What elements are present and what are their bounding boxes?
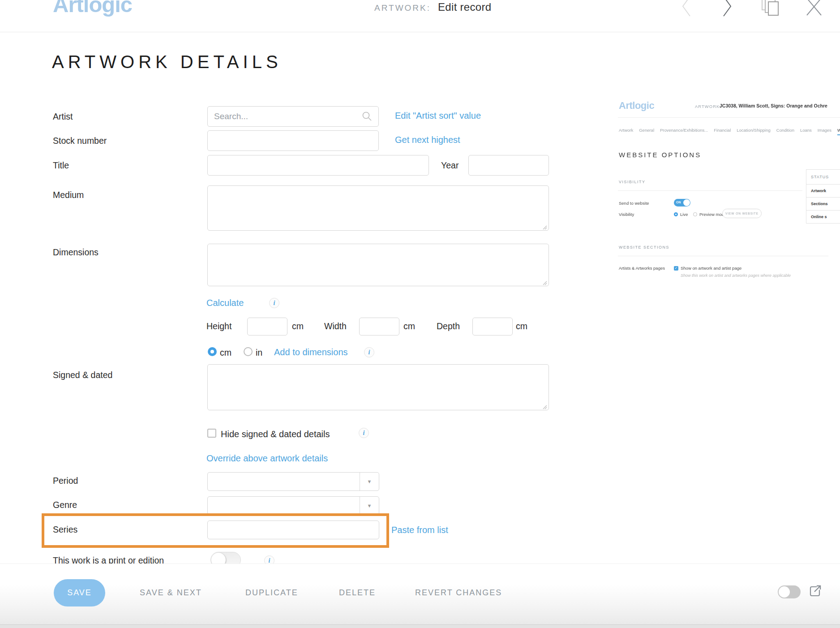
signed-dated-label: Signed & dated (53, 370, 112, 380)
calculate-info-icon[interactable]: i (269, 298, 279, 308)
title-input[interactable] (207, 155, 429, 176)
open-external-icon[interactable] (809, 585, 822, 600)
revert-changes-button[interactable]: REVERT CHANGES (415, 588, 502, 598)
preview-visibility-label: Visibility (619, 212, 634, 217)
add-to-dimensions-link[interactable]: Add to dimensions (274, 347, 348, 357)
artist-search-input[interactable] (207, 106, 379, 127)
unit-cm-radio[interactable] (208, 347, 217, 356)
next-record-icon[interactable] (719, 0, 735, 20)
preview-tab-location: Location/Shipping (737, 128, 771, 135)
stock-number-label: Stock number (53, 136, 107, 146)
preview-record-title: JC3038, William Scott, Signs: Orange and… (720, 103, 827, 108)
preview-show-checkbox-note: Show this work on artist and artworks pa… (681, 273, 791, 278)
chevron-down-icon: ▼ (360, 473, 379, 490)
signed-dated-field (207, 364, 549, 410)
add-to-dimensions-info-icon[interactable]: i (364, 347, 374, 357)
paste-from-list-link[interactable]: Paste from list (391, 525, 448, 535)
depth-input[interactable] (472, 318, 513, 336)
preview-tab-financial: Financial (714, 128, 731, 135)
header-title: ARTWORK: Edit record (374, 1, 491, 13)
artlogic-logo: Artlogic (53, 0, 132, 17)
dimensions-textarea[interactable] (208, 244, 549, 286)
preview-tab-condition: Condition (776, 128, 794, 135)
page-title: ARTWORK DETAILS (52, 52, 282, 72)
medium-textarea[interactable] (208, 186, 549, 230)
preview-tab-website: Website (837, 128, 840, 135)
signed-dated-textarea[interactable] (208, 365, 549, 410)
edit-artist-sort-link[interactable]: Edit "Artist sort" value (395, 111, 481, 121)
duplicate-record-icon[interactable] (761, 0, 782, 21)
previous-record-icon[interactable] (678, 0, 694, 20)
hide-signed-dated-checkbox[interactable] (207, 429, 216, 438)
record-title: Edit record (438, 1, 491, 13)
close-icon[interactable] (805, 0, 823, 20)
preview-status-panel: STATUS Artwork Sections Online s (806, 169, 840, 224)
footer-toggle[interactable] (778, 585, 801, 598)
window-header: Artlogic ARTWORK: Edit record (0, 0, 840, 32)
save-button[interactable]: SAVE (54, 579, 105, 606)
preview-tab-bar: Artwork General Provenance/Exhibitions..… (619, 128, 840, 135)
dimensions-field (207, 244, 549, 286)
preview-status-header: STATUS (806, 170, 840, 185)
hide-signed-dated-label: Hide signed & dated details (221, 429, 330, 439)
hide-signed-info-icon[interactable]: i (359, 428, 369, 438)
preview-show-checkbox-label: Show on artwork and artist page (681, 266, 741, 271)
width-input[interactable] (359, 318, 399, 336)
width-label: Width (324, 321, 347, 331)
preview-artists-pages-label: Artists & Artworks pages (619, 266, 665, 271)
preview-status-row: Sections (806, 198, 840, 211)
year-input[interactable] (468, 155, 549, 176)
medium-field (207, 185, 549, 231)
preview-live-label: Live (680, 212, 688, 217)
preview-status-row: Artwork (806, 185, 840, 198)
resize-handle-icon[interactable] (542, 279, 547, 284)
resize-handle-icon[interactable] (542, 224, 547, 229)
unit-in-radio[interactable] (244, 347, 253, 356)
stock-number-input[interactable] (207, 130, 379, 151)
medium-label: Medium (53, 190, 84, 200)
height-unit: cm (292, 321, 304, 331)
preview-record-type: ARTWORK: (695, 104, 721, 109)
width-unit: cm (403, 321, 415, 331)
preview-show-checkbox: ✓ (674, 266, 678, 271)
divider (618, 190, 802, 191)
height-input[interactable] (247, 318, 287, 336)
unit-in-label: in (256, 348, 262, 358)
preview-artlogic-logo: Artlogic (619, 100, 654, 112)
title-label: Title (53, 160, 69, 171)
preview-live-radio (674, 212, 678, 216)
period-select[interactable]: ▼ (207, 472, 379, 491)
divider (618, 256, 828, 256)
get-next-highest-link[interactable]: Get next highest (395, 135, 460, 145)
preview-tab-images: Images (818, 128, 831, 135)
year-label: Year (441, 160, 459, 171)
delete-button[interactable]: DELETE (339, 588, 376, 598)
record-type-label: ARTWORK: (374, 3, 431, 13)
height-label: Height (206, 321, 231, 331)
preview-send-toggle-on: ON (674, 199, 690, 206)
preview-status-row: Online s (806, 211, 840, 224)
action-bar: SAVE SAVE & NEXT DUPLICATE DELETE REVERT… (0, 563, 840, 628)
divider (618, 117, 840, 118)
genre-label: Genre (53, 500, 77, 510)
save-and-next-button[interactable]: SAVE & NEXT (140, 588, 202, 598)
genre-select[interactable]: ▼ (207, 496, 379, 515)
preview-tab-provenance: Provenance/Exhibitions... (660, 128, 708, 135)
preview-tab-loans: Loans (800, 128, 812, 135)
preview-tab-general: General (639, 128, 654, 135)
resize-handle-icon[interactable] (542, 403, 547, 409)
preview-visibility-heading: VISIBILITY (619, 180, 646, 184)
calculate-link[interactable]: Calculate (206, 298, 244, 308)
preview-preview-mode-radio (693, 212, 697, 216)
preview-tab-artwork: Artwork (619, 128, 633, 135)
preview-send-to-website-label: Send to website (619, 201, 649, 206)
period-label: Period (53, 476, 78, 486)
preview-section-title: WEBSITE OPTIONS (619, 151, 701, 159)
duplicate-button[interactable]: DUPLICATE (245, 588, 298, 598)
artist-label: Artist (53, 112, 73, 122)
depth-label: Depth (437, 321, 460, 331)
override-artwork-details-link[interactable]: Override above artwork details (206, 453, 328, 464)
search-icon (362, 111, 373, 124)
series-input[interactable] (207, 520, 379, 539)
window-bottom-edge (0, 624, 840, 628)
